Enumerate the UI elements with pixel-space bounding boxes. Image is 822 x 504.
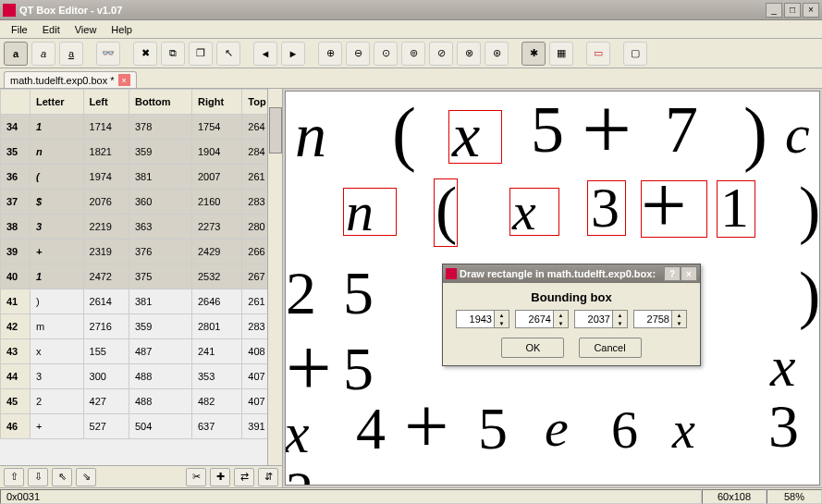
arrow-upleft-icon[interactable]: ⇖ <box>52 468 72 486</box>
row-number[interactable]: 40 <box>1 264 31 289</box>
zoom-original-icon[interactable]: ⊚ <box>401 42 425 66</box>
star-button[interactable]: ✱ <box>521 42 546 66</box>
spin-left-input[interactable] <box>457 311 494 327</box>
row-number[interactable]: 36 <box>1 165 31 190</box>
cell[interactable]: 2 <box>31 389 84 414</box>
cell[interactable]: 376 <box>129 240 192 264</box>
col-left[interactable]: Left <box>83 90 129 115</box>
cell[interactable]: 381 <box>129 165 192 190</box>
swap-icon[interactable]: ⇄ <box>234 468 254 486</box>
menu-view[interactable]: View <box>67 22 104 37</box>
row-number[interactable]: 42 <box>1 314 31 339</box>
arrow-down-icon[interactable]: ⇩ <box>28 468 48 486</box>
cell[interactable]: 2614 <box>83 289 129 314</box>
zoom-fit-icon[interactable]: ⊙ <box>374 42 398 66</box>
cell[interactable]: 504 <box>129 414 192 439</box>
cell[interactable]: $ <box>31 190 84 215</box>
cell[interactable]: 1714 <box>83 115 129 140</box>
cell[interactable]: 300 <box>83 364 129 389</box>
spin-up-icon[interactable]: ▲ <box>671 311 686 319</box>
table-row[interactable]: 37$20763602160283 <box>1 190 282 215</box>
tab-document[interactable]: math.tudelft.exp0.box * × <box>4 71 137 88</box>
cell[interactable]: 482 <box>192 389 242 414</box>
cell[interactable]: 488 <box>129 389 192 414</box>
grid-icon[interactable]: ▦ <box>549 42 573 66</box>
cell[interactable]: 359 <box>129 314 192 339</box>
row-number[interactable]: 34 <box>1 115 31 140</box>
spin-bottom-input[interactable] <box>516 311 553 327</box>
arrow-right-icon[interactable]: ► <box>281 42 305 66</box>
spin-top[interactable]: ▲▼ <box>633 310 687 328</box>
cell[interactable]: 2076 <box>83 190 129 215</box>
spin-down-icon[interactable]: ▼ <box>671 319 686 327</box>
spin-up-icon[interactable]: ▲ <box>494 311 509 319</box>
menu-edit[interactable]: Edit <box>35 22 67 37</box>
menu-file[interactable]: File <box>4 22 35 37</box>
binoculars-icon[interactable]: 👓 <box>96 42 120 66</box>
table-row[interactable]: 443300488353407 <box>1 364 282 389</box>
cell[interactable]: 3 <box>31 364 84 389</box>
row-number[interactable]: 37 <box>1 190 31 215</box>
cut-icon[interactable]: ✂ <box>186 468 206 486</box>
row-number[interactable]: 41 <box>1 289 31 314</box>
spin-up-icon[interactable]: ▲ <box>553 311 568 319</box>
col-rownum[interactable] <box>1 90 31 115</box>
underline-button[interactable]: a <box>59 42 83 66</box>
table-row[interactable]: 40124723752532267 <box>1 264 282 289</box>
row-number[interactable]: 39 <box>1 240 31 264</box>
italic-button[interactable]: a <box>31 42 55 66</box>
cell[interactable]: 378 <box>129 115 192 140</box>
cell[interactable]: 359 <box>129 140 192 165</box>
spin-up-icon[interactable]: ▲ <box>612 311 627 319</box>
menu-help[interactable]: Help <box>104 22 140 37</box>
cell[interactable]: 427 <box>83 389 129 414</box>
cell[interactable]: 488 <box>129 364 192 389</box>
cell[interactable]: 1 <box>31 264 84 289</box>
sel-box[interactable] <box>509 188 559 236</box>
cell[interactable]: 2160 <box>192 190 242 215</box>
row-number[interactable]: 35 <box>1 140 31 165</box>
row-number[interactable]: 45 <box>1 389 31 414</box>
cell[interactable]: 2007 <box>192 165 242 190</box>
sel-box[interactable] <box>434 178 458 247</box>
zoom-height-icon[interactable]: ⊗ <box>457 42 481 66</box>
table-row[interactable]: 43x155487241408 <box>1 339 282 364</box>
zoom-width-icon[interactable]: ⊘ <box>429 42 453 66</box>
col-bottom[interactable]: Bottom <box>129 90 192 115</box>
cell[interactable]: 637 <box>192 414 242 439</box>
cell[interactable]: 1904 <box>192 140 242 165</box>
table-row[interactable]: 38322193632273280 <box>1 215 282 240</box>
cell[interactable]: 375 <box>129 264 192 289</box>
arrow-left-icon[interactable]: ◄ <box>253 42 277 66</box>
spin-down-icon[interactable]: ▼ <box>494 319 509 327</box>
cell[interactable]: 1 <box>31 115 84 140</box>
cell[interactable]: m <box>31 314 84 339</box>
layers-icon[interactable]: ❐ <box>189 42 213 66</box>
dialog-titlebar[interactable]: Draw rectangle in math.tudelft.exp0.box:… <box>443 264 700 283</box>
cell[interactable]: 2219 <box>83 215 129 240</box>
cell[interactable]: 241 <box>192 339 242 364</box>
col-letter[interactable]: Letter <box>31 90 84 115</box>
zoom-sel-icon[interactable]: ⊛ <box>485 42 509 66</box>
cursor-icon[interactable]: ↖ <box>216 42 240 66</box>
cell[interactable]: 353 <box>192 364 242 389</box>
cell[interactable]: 360 <box>129 190 192 215</box>
cell[interactable]: 381 <box>129 289 192 314</box>
spin-down-icon[interactable]: ▼ <box>553 319 568 327</box>
spin-top-input[interactable] <box>634 311 671 327</box>
table-row[interactable]: 39+23193762429266 <box>1 240 282 264</box>
cell[interactable]: 487 <box>129 339 192 364</box>
sel-box[interactable] <box>587 180 626 236</box>
cell[interactable]: 155 <box>83 339 129 364</box>
table-row[interactable]: 42m27163592801283 <box>1 314 282 339</box>
spin-left[interactable]: ▲▼ <box>456 310 509 328</box>
row-number[interactable]: 46 <box>1 414 31 439</box>
cell[interactable]: 363 <box>129 215 192 240</box>
empty-box-icon[interactable]: ▢ <box>623 42 647 66</box>
cell[interactable]: + <box>31 240 84 264</box>
table-row[interactable]: 41)26143812646261 <box>1 289 282 314</box>
cell[interactable]: + <box>31 414 84 439</box>
arrow-downright-icon[interactable]: ⇘ <box>76 468 96 486</box>
table-row[interactable]: 36(19743812007261 <box>1 165 282 190</box>
cell[interactable]: 2801 <box>192 314 242 339</box>
